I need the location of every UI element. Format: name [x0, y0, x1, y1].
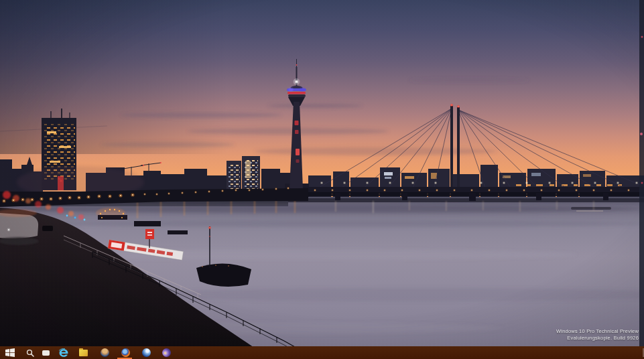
purple-sphere-app-taskbar-button[interactable]	[157, 346, 175, 359]
globe-app-icon	[101, 348, 109, 357]
internet-explorer-taskbar-button[interactable]	[55, 346, 72, 359]
windows-logo-icon	[5, 348, 15, 357]
windows-desktop-screen: Windows 10 Pro Technical Preview Evaluie…	[0, 0, 644, 359]
blue-sphere-app-taskbar-button[interactable]	[137, 346, 155, 359]
search-icon	[26, 349, 34, 357]
wallpaper	[0, 0, 644, 346]
blue-sphere-app-icon	[142, 348, 151, 357]
desktop[interactable]: Windows 10 Pro Technical Preview Evaluie…	[0, 0, 644, 346]
folder-icon	[79, 350, 88, 356]
globe-app-taskbar-button[interactable]	[96, 346, 113, 359]
file-explorer-taskbar-button[interactable]	[74, 346, 92, 359]
watermark-line2: Evaluierungskopie. Build 9926	[556, 335, 639, 342]
internet-explorer-icon	[58, 348, 69, 358]
task-view-button[interactable]	[37, 346, 54, 359]
windows-watermark: Windows 10 Pro Technical Preview Evaluie…	[556, 328, 639, 342]
task-view-icon	[42, 350, 50, 356]
watermark-line1: Windows 10 Pro Technical Preview	[556, 328, 639, 335]
purple-sphere-app-icon	[162, 348, 171, 357]
firefox-icon	[121, 348, 130, 357]
start-button[interactable]	[1, 346, 19, 359]
taskbar	[0, 346, 644, 359]
